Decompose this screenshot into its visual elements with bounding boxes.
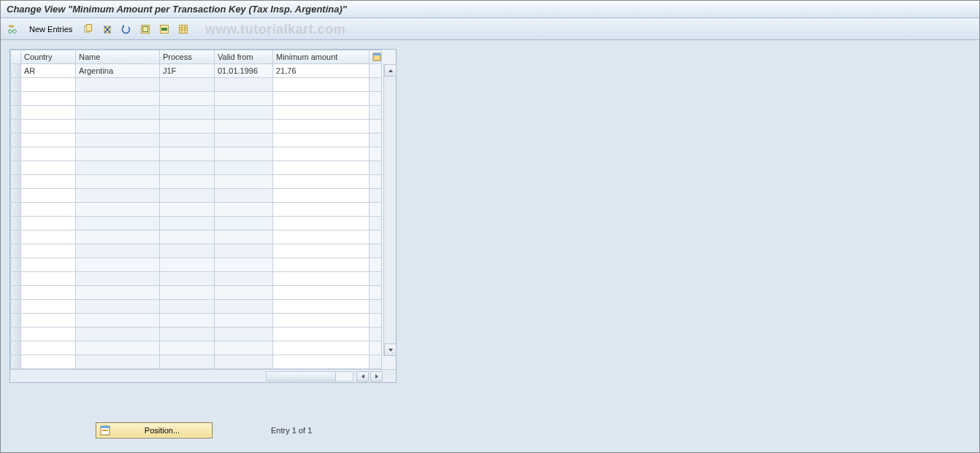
cell-country[interactable]: [21, 120, 76, 133]
cell-country[interactable]: [21, 328, 76, 341]
cell-country[interactable]: [21, 341, 76, 355]
page-title-text: Change View "Minimum Amount per Transact…: [7, 4, 347, 15]
row-selector[interactable]: [11, 286, 21, 300]
row-selector[interactable]: [11, 203, 21, 217]
print-button[interactable]: [175, 21, 191, 37]
horizontal-scrollbar[interactable]: [10, 369, 396, 382]
col-header-valid-from[interactable]: Valid from: [215, 50, 273, 64]
row-selector[interactable]: [11, 341, 21, 355]
cell-min-amount[interactable]: [273, 120, 370, 133]
cell-country[interactable]: [21, 314, 76, 328]
cell-country[interactable]: [21, 161, 76, 175]
cell-min-amount[interactable]: [273, 106, 370, 120]
row-selector[interactable]: [11, 217, 21, 231]
cell-process: [160, 286, 215, 300]
cell-min-amount[interactable]: [273, 355, 370, 369]
cell-min-amount[interactable]: [273, 133, 370, 147]
row-selector[interactable]: [11, 355, 21, 369]
row-selector[interactable]: [11, 272, 21, 286]
cell-min-amount[interactable]: [273, 258, 370, 272]
copy-as-button[interactable]: [80, 21, 96, 37]
delete-button[interactable]: [99, 21, 115, 37]
cell-min-amount[interactable]: [273, 300, 370, 314]
position-button[interactable]: Position...: [96, 422, 213, 438]
col-header-min-amount[interactable]: Minimum amount: [273, 50, 370, 64]
cell-min-amount[interactable]: [273, 217, 370, 231]
cell-min-amount[interactable]: [273, 203, 370, 217]
cell-country[interactable]: [21, 133, 76, 147]
row-selector[interactable]: [11, 147, 21, 161]
col-header-country[interactable]: Country: [21, 50, 76, 64]
hscroll-track[interactable]: [266, 371, 353, 382]
cell-min-amount[interactable]: [273, 286, 370, 300]
cell-country[interactable]: [21, 258, 76, 272]
cell-min-amount[interactable]: [273, 189, 370, 203]
cell-country[interactable]: [21, 106, 76, 120]
cell-min-amount[interactable]: [273, 314, 370, 328]
cell-min-amount[interactable]: [273, 161, 370, 175]
cell-min-amount[interactable]: [273, 147, 370, 161]
row-selector[interactable]: [11, 314, 21, 328]
row-selector-header[interactable]: [11, 50, 21, 64]
cell-country[interactable]: [21, 78, 76, 92]
row-selector[interactable]: [11, 133, 21, 147]
row-selector[interactable]: [11, 92, 21, 106]
row-selector[interactable]: [11, 231, 21, 244]
cell-min-amount[interactable]: [273, 341, 370, 355]
cell-min-amount[interactable]: 21,76: [273, 64, 370, 78]
row-selector[interactable]: [11, 328, 21, 341]
cell-country[interactable]: [21, 300, 76, 314]
cell-min-amount[interactable]: [273, 328, 370, 341]
cell-min-amount[interactable]: [273, 175, 370, 189]
cell-country[interactable]: [21, 231, 76, 244]
undo-change-button[interactable]: [118, 21, 134, 37]
new-entries-button[interactable]: New Entries: [24, 21, 77, 37]
row-selector[interactable]: [11, 258, 21, 272]
cell-valid-from: [215, 147, 273, 161]
hscroll-thumb[interactable]: [267, 372, 336, 381]
vertical-scrollbar[interactable]: [383, 64, 396, 356]
col-header-process[interactable]: Process: [160, 50, 215, 64]
cell-country[interactable]: [21, 272, 76, 286]
cell-min-amount[interactable]: [273, 244, 370, 258]
select-block-button[interactable]: [156, 21, 172, 37]
cell-country[interactable]: AR: [21, 64, 76, 78]
cell-min-amount[interactable]: [273, 92, 370, 106]
cell-valid-from: [215, 175, 273, 189]
scroll-up-button[interactable]: [384, 64, 397, 77]
scroll-down-button[interactable]: [384, 344, 397, 356]
row-selector[interactable]: [11, 300, 21, 314]
cell-country[interactable]: [21, 203, 76, 217]
row-selector[interactable]: [11, 106, 21, 120]
table-settings-button[interactable]: [370, 50, 382, 64]
table-row-empty: [11, 217, 382, 231]
cell-country[interactable]: [21, 189, 76, 203]
table-row-empty: [11, 300, 382, 314]
cell-min-amount[interactable]: [273, 78, 370, 92]
cell-min-amount[interactable]: [273, 272, 370, 286]
row-selector[interactable]: [11, 64, 21, 78]
table-settings-icon: [372, 53, 381, 61]
scroll-right-button[interactable]: [370, 371, 383, 382]
cell-country[interactable]: [21, 355, 76, 369]
row-selector[interactable]: [11, 161, 21, 175]
row-selector[interactable]: [11, 78, 21, 92]
row-selector[interactable]: [11, 189, 21, 203]
cell-country[interactable]: [21, 217, 76, 231]
row-selector[interactable]: [11, 175, 21, 189]
caret-up-icon: [388, 68, 394, 74]
table-row-empty: [11, 203, 382, 217]
toggle-display-change-button[interactable]: [5, 21, 21, 37]
row-selector[interactable]: [11, 244, 21, 258]
cell-country[interactable]: [21, 286, 76, 300]
cell-country[interactable]: [21, 175, 76, 189]
col-header-name[interactable]: Name: [76, 50, 160, 64]
table-row-empty: [11, 258, 382, 272]
cell-country[interactable]: [21, 244, 76, 258]
cell-country[interactable]: [21, 147, 76, 161]
row-selector[interactable]: [11, 120, 21, 133]
scroll-left-button[interactable]: [356, 371, 369, 382]
select-all-button[interactable]: [137, 21, 153, 37]
cell-country[interactable]: [21, 92, 76, 106]
cell-min-amount[interactable]: [273, 231, 370, 244]
